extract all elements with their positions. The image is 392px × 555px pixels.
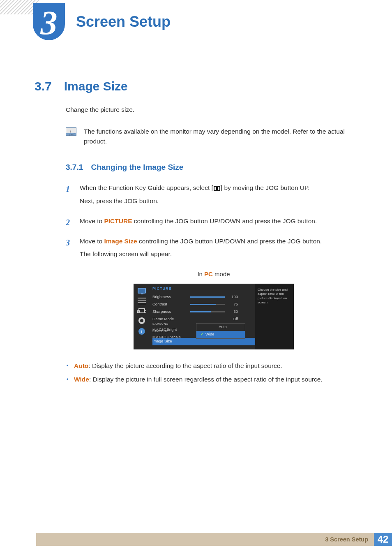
- osd-option-auto: Auto: [196, 324, 245, 331]
- menu-icon: [214, 186, 220, 191]
- chapter-title: Screen Setup: [76, 13, 171, 30]
- osd-main: PICTURE Brightness 100 Contrast 75 Sharp…: [150, 284, 255, 349]
- note-text: The functions available on the monitor m…: [84, 127, 362, 146]
- osd-option-wide: Wide: [196, 331, 245, 338]
- gear-icon: [138, 317, 145, 324]
- step-text: controlling the JOG button UP/DOWN and p…: [137, 238, 322, 245]
- step-3: 3 Move to Image Size controlling the JOG…: [66, 236, 362, 262]
- option-bullets: Auto: Display the picture according to t…: [66, 361, 362, 384]
- osd-panel: i PICTURE Brightness 100 Contrast 75 Sha…: [134, 284, 294, 349]
- footer-bar: 3 Screen Setup 42: [36, 533, 392, 546]
- step-1: 1 When the Function Key Guide appears, s…: [66, 183, 362, 209]
- step-2: 2 Move to PICTURE controlling the JOG bu…: [66, 216, 362, 229]
- step-number: 1: [66, 183, 72, 209]
- step-text: Move to: [80, 238, 104, 245]
- osd-submenu: Auto Wide: [196, 323, 245, 339]
- chapter-number-badge: 3: [33, 3, 65, 40]
- step-text: Move to: [80, 217, 104, 224]
- step-highlight: Image Size: [104, 238, 137, 245]
- footer-chapter: 3 Screen Setup: [325, 536, 368, 543]
- note-block: The functions available on the monitor m…: [66, 127, 362, 146]
- step-number: 3: [66, 236, 72, 262]
- section-intro: Change the picture size.: [66, 105, 362, 114]
- osd-header: PICTURE: [152, 286, 255, 292]
- subsection-title: Changing the Image Size: [91, 163, 184, 171]
- note-icon: [66, 127, 76, 136]
- size-icon: [138, 308, 145, 313]
- osd-row-contrast: Contrast 75: [152, 301, 255, 308]
- step-text: The following screen will appear.: [80, 249, 362, 259]
- osd-icon-rail: i: [134, 284, 150, 349]
- step-number: 2: [66, 216, 72, 229]
- footer-page-number: 42: [374, 533, 392, 546]
- osd-row-sharpness: Sharpness 60: [152, 308, 255, 316]
- subsection-number: 3.7.1: [66, 163, 83, 171]
- step-text: When the Function Key Guide appears, sel…: [80, 184, 213, 191]
- osd-help-text: Choose the size and aspect ratio of the …: [255, 284, 294, 349]
- section-title: Image Size: [64, 79, 128, 93]
- mode-caption: In PC mode: [66, 270, 362, 279]
- step-text: ] by moving the JOG button UP.: [221, 184, 310, 191]
- step-text: controlling the JOG button UP/DOWN and p…: [132, 217, 317, 224]
- step-highlight: PICTURE: [104, 217, 132, 224]
- subsection-heading: 3.7.1 Changing the Image Size: [66, 162, 362, 173]
- bullet-wide: Wide: Display the picture in full screen…: [66, 375, 362, 384]
- step-text: Next, press the JOG button.: [80, 196, 362, 206]
- steps-list: 1 When the Function Key Guide appears, s…: [66, 183, 362, 262]
- section-number: 3.7: [35, 79, 52, 93]
- osd-row-brightness: Brightness 100: [152, 294, 255, 301]
- osd-row-imagesize: Image Size: [152, 338, 255, 345]
- monitor-icon: [138, 288, 146, 294]
- bullet-auto: Auto: Display the picture according to t…: [66, 361, 362, 370]
- list-icon: [138, 298, 146, 304]
- info-icon: i: [138, 328, 145, 335]
